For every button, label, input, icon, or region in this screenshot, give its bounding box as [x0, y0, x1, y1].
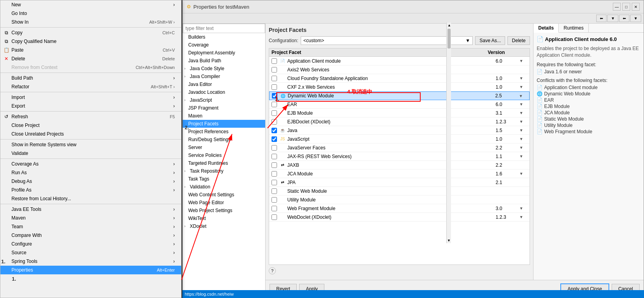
menu-item-source[interactable]: Source › — [0, 248, 181, 257]
tree-item-deployment[interactable]: Deployment Assembly — [183, 49, 265, 57]
facet-checkbox-jaxb[interactable] — [271, 162, 277, 168]
version-arrow-ear[interactable]: ▼ — [519, 102, 527, 106]
tree-item-targeted[interactable]: Targeted Runtimes — [183, 159, 265, 167]
version-arrow-web-fragment[interactable]: ▼ — [519, 206, 527, 210]
tree-item-server[interactable]: Server — [183, 143, 265, 151]
menu-item-coverage[interactable]: Coverage As › — [0, 160, 181, 168]
tree-item-task-tags[interactable]: Task Tags — [183, 175, 265, 183]
tab-runtimes[interactable]: Runtimes — [559, 24, 589, 32]
menu-item-properties[interactable]: Properties Alt+Enter — [0, 266, 181, 274]
version-arrow-ejb[interactable]: ▼ — [519, 111, 527, 115]
tree-item-java-code[interactable]: ›Java Code Style — [183, 65, 265, 73]
tree-item-javascript[interactable]: ›JavaScript — [183, 96, 265, 104]
version-arrow-cxf[interactable]: ▼ — [519, 85, 527, 89]
tree-item-xdoclet[interactable]: ›XDoclet — [183, 222, 265, 230]
nav-down-button[interactable]: ▼ — [630, 15, 641, 22]
version-arrow-ejbdoclet[interactable]: ▼ — [519, 119, 527, 124]
menu-item-run[interactable]: Run As › — [0, 168, 181, 177]
tree-item-project-refs[interactable]: Project References — [183, 128, 265, 136]
save-as-button[interactable]: Save As... — [475, 36, 505, 45]
version-arrow-javascript[interactable]: ▼ — [519, 137, 527, 141]
facet-checkbox-app-client[interactable] — [271, 58, 277, 64]
menu-item-spring[interactable]: 1. Spring Tools › — [0, 257, 181, 266]
facet-checkbox-cloudfoundry[interactable] — [271, 76, 277, 81]
facet-checkbox-cxf[interactable] — [271, 84, 277, 90]
tree-item-builders[interactable]: Builders — [183, 33, 265, 41]
menu-item-configure[interactable]: Configure › — [0, 240, 181, 248]
version-arrow-java[interactable]: ▼ — [519, 128, 527, 132]
version-arrow-app-client[interactable]: ▼ — [519, 59, 527, 63]
facet-checkbox-jsf[interactable] — [271, 145, 277, 151]
version-arrow-dynamic-web[interactable]: ▼ — [519, 94, 527, 98]
version-arrow-jca[interactable]: ▼ — [519, 171, 527, 176]
tree-item-service-policies[interactable]: Service Policies — [183, 151, 265, 159]
facet-checkbox-java[interactable] — [271, 128, 277, 133]
version-arrow-jaxrs[interactable]: ▼ — [519, 154, 527, 158]
menu-item-compare[interactable]: Compare With › — [0, 231, 181, 240]
tree-item-run-debug[interactable]: Run/Debug Settings — [183, 136, 265, 143]
menu-item-showin[interactable]: Show In Alt+Shift+W › — [0, 18, 181, 26]
menu-item-import[interactable]: Import › — [0, 93, 181, 102]
menu-item-debug[interactable]: Debug As › — [0, 177, 181, 186]
menu-item-copy[interactable]: ⧉ Copy Ctrl+C — [0, 28, 181, 37]
menu-item-close-unrelated[interactable]: Close Unrelated Projects — [0, 130, 181, 138]
tree-item-javadoc[interactable]: Javadoc Location — [183, 88, 265, 96]
facet-checkbox-jaxrs[interactable] — [271, 154, 277, 159]
delete-button[interactable]: Delete — [507, 36, 530, 45]
version-arrow-jsf[interactable]: ▼ — [519, 145, 527, 150]
tree-item-web-project[interactable]: Web Project Settings — [183, 207, 265, 214]
version-arrow-cloudfoundry[interactable]: ▼ — [519, 76, 527, 80]
facet-checkbox-dynamic-web[interactable] — [272, 93, 277, 99]
filter-input[interactable] — [183, 24, 265, 33]
nav-forward2-button[interactable]: ⬅ — [619, 15, 629, 22]
menu-item-team[interactable]: Team › — [0, 222, 181, 231]
tree-item-project-facets[interactable]: 2. Project Facets — [183, 120, 265, 128]
facet-checkbox-web-fragment[interactable] — [271, 206, 277, 211]
menu-item-maven[interactable]: Maven › — [0, 214, 181, 222]
facet-checkbox-axis2[interactable] — [271, 67, 277, 73]
tree-item-coverage[interactable]: Coverage — [183, 41, 265, 49]
help-icon[interactable]: ? — [269, 267, 276, 274]
menu-item-close-project[interactable]: Close Project — [0, 121, 181, 130]
facet-checkbox-static-web[interactable] — [271, 188, 277, 194]
tree-item-maven[interactable]: Maven — [183, 112, 265, 120]
menu-item-profile[interactable]: Profile As › — [0, 186, 181, 194]
menu-item-new[interactable]: New › — [0, 0, 181, 9]
tree-item-wikitext[interactable]: WikiText — [183, 214, 265, 222]
tree-scrollbar[interactable]: ▲ ▼ — [446, 24, 451, 243]
menu-item-refresh[interactable]: ↺ Refresh F5 — [0, 112, 181, 121]
menu-item-delete[interactable]: ✕ Delete Delete — [0, 54, 181, 63]
tree-item-web-page[interactable]: Web Page Editor — [183, 199, 265, 207]
version-arrow-webdoclet[interactable]: ▼ — [519, 215, 527, 219]
facet-checkbox-ejbdoclet[interactable] — [271, 119, 277, 125]
close-button[interactable]: ✕ — [632, 3, 640, 11]
menu-item-export[interactable]: Export › — [0, 102, 181, 110]
menu-item-gointo[interactable]: Go Into — [0, 9, 181, 18]
facet-checkbox-ear[interactable] — [271, 102, 277, 107]
menu-item-build-path[interactable]: Build Path › — [0, 74, 181, 82]
minimize-button[interactable]: — — [613, 3, 621, 11]
facet-checkbox-webdoclet[interactable] — [271, 214, 277, 220]
tree-item-jsp[interactable]: JSP Fragment — [183, 104, 265, 112]
tree-item-validation[interactable]: ›Validation — [183, 183, 265, 191]
scroll-thumb[interactable] — [447, 29, 451, 48]
facet-checkbox-jca[interactable] — [271, 171, 277, 177]
menu-item-show-remote[interactable]: Show in Remote Systems view — [0, 140, 181, 149]
facet-checkbox-utility[interactable] — [271, 197, 277, 203]
menu-item-javaee[interactable]: Java EE Tools › — [0, 205, 181, 214]
scroll-down-arrow[interactable]: ▼ — [447, 238, 451, 242]
tree-item-java-compiler[interactable]: ›Java Compiler — [183, 73, 265, 80]
facet-checkbox-jpa[interactable] — [271, 180, 277, 185]
menu-item-restore[interactable]: Restore from Local History... — [0, 194, 181, 203]
scroll-up-arrow[interactable]: ▲ — [447, 24, 451, 28]
tree-item-java-editor[interactable]: Java Editor — [183, 80, 265, 88]
facet-checkbox-javascript[interactable] — [271, 136, 277, 142]
back-button[interactable]: ⬅ — [596, 15, 607, 22]
tree-item-web-content[interactable]: Web Content Settings — [183, 191, 265, 199]
menu-item-paste[interactable]: 📋 Paste Ctrl+V — [0, 46, 181, 54]
menu-item-refactor[interactable]: Refactor Alt+Shift+T › — [0, 82, 181, 91]
maximize-button[interactable]: □ — [622, 3, 630, 11]
tree-item-task-repo[interactable]: ›Task Repository — [183, 167, 265, 175]
facet-checkbox-ejb[interactable] — [271, 110, 277, 116]
forward-button[interactable]: ▼ — [607, 15, 618, 22]
